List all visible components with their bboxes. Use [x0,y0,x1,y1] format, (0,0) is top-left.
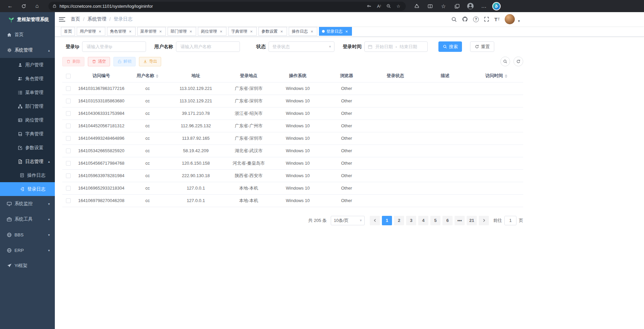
page-number-button[interactable]: 5 [430,216,440,225]
reset-button[interactable]: 重置 [470,41,494,52]
address-bar[interactable]: https://ccnetcore.com:1101/system/log/lo… [48,2,406,11]
sort-carets-icon[interactable] [505,73,507,79]
tab[interactable]: 菜单管理× [137,27,166,36]
search-button[interactable]: 搜索 [438,41,462,52]
sidebar-item-param-settings[interactable]: 参数设置 [0,141,55,155]
sidebar-toggle-button[interactable] [59,17,65,22]
tab-close-icon[interactable]: × [279,29,284,34]
refresh-table-button[interactable] [513,57,523,66]
browser-home-icon[interactable]: ⌂ [32,1,42,11]
password-key-icon[interactable] [367,4,371,8]
page-size-select[interactable]: 10条/页 ▾ [331,216,365,225]
tab[interactable]: 操作日志× [289,27,317,36]
url-text[interactable]: https://ccnetcore.com:1101/system/log/lo… [60,4,364,9]
tab-close-icon[interactable]: × [158,29,163,34]
sidebar-item-system-tools[interactable]: 系统工具 ▾ [0,211,55,227]
tab[interactable]: 角色管理× [107,27,136,36]
table-row[interactable]: 1641031533185863680cc113.102.129.221广东省-… [62,95,523,107]
login-status-select[interactable]: 登录状态 ▾ [269,41,334,52]
sidebar-item-dict-mgmt[interactable]: 字典管理 [0,127,55,141]
toggle-search-button[interactable] [500,57,510,66]
col-user-name[interactable]: 用户名称 [128,70,167,82]
browser-settings-more-icon[interactable]: … [479,1,489,11]
sidebar-item-bbs[interactable]: BBS ▾ [0,227,55,242]
font-size-icon[interactable]: TT [494,17,500,22]
prev-page-button[interactable] [370,216,380,225]
sidebar-item-operation-log[interactable]: 操作日志 [0,168,55,182]
tab-close-icon[interactable]: × [188,29,193,34]
table-row[interactable]: 1641059633978281984cc222.90.130.18陕西省-西安… [62,169,523,182]
breadcrumb-home[interactable]: 首页 [71,16,80,22]
tab-close-icon[interactable]: × [98,29,102,34]
row-checkbox[interactable] [66,86,71,91]
row-checkbox[interactable] [66,124,71,128]
next-page-button[interactable] [479,216,489,225]
app-logo[interactable]: 意框架管理系统 [0,12,55,27]
extensions-icon[interactable] [412,1,422,11]
zoom-out-icon[interactable] [386,4,391,8]
row-checkbox[interactable] [66,111,71,116]
sidebar-item-post-mgmt[interactable]: 岗位管理 [0,113,55,127]
browser-refresh-icon[interactable] [19,1,29,11]
user-name-input[interactable] [176,41,240,52]
goto-page-input[interactable] [504,216,516,225]
row-checkbox[interactable] [66,186,71,191]
row-checkbox[interactable] [66,136,71,141]
select-all-checkbox[interactable] [66,74,71,78]
sidebar-item-home[interactable]: 首页 [0,27,55,42]
table-row[interactable]: 1641043063331753984cc39.171.210.78浙江省-绍兴… [62,107,523,120]
favorites-bar-icon[interactable]: ☆ [438,1,449,11]
page-number-button[interactable]: 6 [442,216,453,225]
row-checkbox[interactable] [66,173,71,178]
col-access-time[interactable]: 访问时间 [469,70,523,82]
page-ellipsis-button[interactable]: ••• [455,216,465,225]
tab-close-icon[interactable]: × [310,29,314,34]
collections-icon[interactable] [452,1,462,11]
tab[interactable]: 岗位管理× [198,27,226,36]
table-row[interactable]: 1641069798270046208cc127.0.0.1本地-本机Windo… [62,194,523,207]
row-checkbox[interactable] [66,99,71,103]
sidebar-item-login-log[interactable]: 登录日志 [0,182,55,196]
tab[interactable]: 用户管理× [77,27,105,36]
sidebar-item-log-mgmt[interactable]: 日志管理 ▴ [0,155,55,168]
avatar-caret-down-icon[interactable]: ▾ [518,19,520,23]
tab-close-icon[interactable]: × [344,29,349,34]
row-checkbox[interactable] [66,149,71,153]
split-screen-icon[interactable] [425,1,435,11]
tab-close-icon[interactable]: × [249,29,254,34]
header-search-icon[interactable] [451,17,457,22]
tab-close-icon[interactable]: × [128,29,133,34]
row-checkbox[interactable] [66,198,71,203]
export-button[interactable]: 导出 [139,57,161,66]
page-number-button[interactable]: 4 [418,216,428,225]
page-number-button[interactable]: 21 [467,216,477,225]
table-row[interactable]: 1641053426655825920cc58.19.42.209湖北省-武汉市… [62,144,523,157]
tab[interactable]: 首页 [61,27,75,36]
sidebar-item-menu-mgmt[interactable]: 菜单管理 [0,86,55,99]
page-number-button[interactable]: 2 [394,216,404,225]
browser-profile-avatar-icon[interactable] [465,1,475,11]
delete-button[interactable]: 删除 [62,57,84,66]
login-time-range-picker[interactable]: 开始日期 - 结束日期 [364,41,428,52]
tab[interactable]: 参数设置× [258,27,287,36]
tab[interactable]: 登录日志× [319,27,352,36]
fullscreen-icon[interactable] [484,17,489,22]
row-checkbox[interactable] [66,161,71,166]
unlock-button[interactable]: 解锁 [113,57,136,66]
page-number-button[interactable]: 3 [406,216,416,225]
github-icon[interactable] [462,16,468,22]
favorite-star-icon[interactable]: ☆ [396,4,400,9]
table-row[interactable]: 1641044520567181312cc112.96.225.132广东省-广… [62,120,523,132]
sidebar-item-erp[interactable]: ERP ▾ [0,242,55,258]
sidebar-item-yi-framework[interactable]: Yi框架 [0,258,55,273]
sidebar-item-user-mgmt[interactable]: 用户管理 [0,58,55,72]
page-number-button[interactable]: 1 [382,216,392,225]
table-row[interactable]: 1641031367863177216cc113.102.129.221广东省-… [62,82,523,95]
sidebar-item-dept-mgmt[interactable]: 部门管理 [0,99,55,113]
sidebar-item-system-monitor[interactable]: 系统监控 ▾ [0,196,55,211]
tab[interactable]: 部门管理× [168,27,196,36]
tab-close-icon[interactable]: × [219,29,223,34]
clear-button[interactable]: 清空 [88,57,110,66]
sort-carets-icon[interactable] [156,73,158,79]
sidebar-item-system-mgmt[interactable]: 系统管理 ▴ [0,42,55,58]
